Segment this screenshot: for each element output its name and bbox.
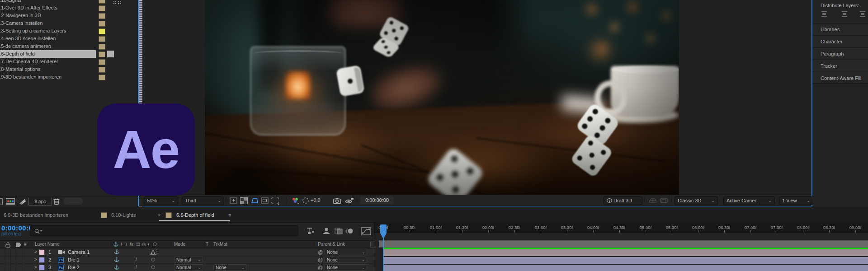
layer-duration-bar-die-1[interactable]: [383, 257, 868, 264]
panel-tab-character[interactable]: Character: [812, 35, 868, 47]
mini-flowchart-icon[interactable]: [306, 227, 316, 235]
layer-label-swatch[interactable]: [39, 265, 45, 271]
anchor-switch[interactable]: ⚓: [114, 257, 119, 262]
label-color-swatch[interactable]: [99, 59, 105, 65]
project-item-name[interactable]: 6.6-Depth of field: [0, 50, 35, 58]
panel-tab-tracker[interactable]: Tracker: [812, 60, 868, 71]
frame-blending-icon[interactable]: [335, 227, 344, 235]
threed-switch[interactable]: ⬡: [151, 265, 155, 270]
anchor-switch[interactable]: ⚓: [114, 265, 119, 270]
project-item[interactable]: 6.3-Setting up a camera Layers: [0, 27, 138, 35]
trash-icon[interactable]: [53, 198, 60, 205]
interpret-footage-icon[interactable]: [6, 198, 15, 205]
label-color-swatch[interactable]: [99, 67, 105, 73]
bit-depth-button[interactable]: 8 bpc: [28, 198, 52, 206]
channels-icon[interactable]: [292, 197, 299, 204]
distribute-vertical-bottom-icon[interactable]: [859, 11, 866, 18]
label-color-swatch[interactable]: [99, 0, 105, 4]
project-item-name[interactable]: 6.5-de camera animeren: [0, 42, 51, 50]
project-item-name[interactable]: 6.3-Setting up a camera Layers: [0, 27, 66, 35]
quality-switch[interactable]: /: [136, 257, 137, 262]
project-item-name[interactable]: 6.8-Material options: [0, 65, 41, 73]
region-of-interest-icon[interactable]: [271, 197, 279, 204]
label-color-swatch[interactable]: [99, 13, 105, 19]
layer-row-camera-1[interactable]: > 1 Camera 1 ⚓ @ None⌄: [0, 249, 374, 256]
fast-preview-icon[interactable]: [230, 197, 238, 204]
quality-switch[interactable]: /: [136, 265, 137, 270]
label-color-swatch[interactable]: [99, 44, 105, 50]
composition-image[interactable]: [205, 0, 679, 195]
project-item-selected[interactable]: 6.6-Depth of field: [0, 50, 138, 58]
show-snapshot-icon[interactable]: [345, 197, 354, 204]
pick-whip-icon[interactable]: @: [318, 265, 323, 270]
project-item-name[interactable]: 6.2-Navigeren in 3D: [0, 12, 41, 19]
project-item[interactable]: 6.9-3D bestanden importeren: [0, 73, 138, 81]
work-area-bar[interactable]: [379, 240, 868, 248]
snapshot-camera-icon[interactable]: [333, 197, 341, 204]
layer-row-die-2[interactable]: > 3 Ps Die 2 ⚓ / ⬡ Normal⌄ None⌄ @ None⌄: [0, 264, 374, 271]
blend-mode-dropdown[interactable]: Normal⌄: [174, 257, 203, 263]
tab-menu-icon[interactable]: ≡: [228, 212, 231, 218]
trkmat-dropdown[interactable]: None⌄: [213, 264, 247, 271]
panel-grip[interactable]: [63, 198, 83, 205]
project-item-name[interactable]: 6.3-Camera instellen: [0, 19, 43, 27]
motion-blur-icon[interactable]: [345, 227, 354, 235]
graph-editor-icon[interactable]: [361, 227, 372, 235]
safe-margins-icon[interactable]: [261, 197, 269, 204]
distribute-vertical-top-icon[interactable]: [821, 11, 828, 18]
resolution-dropdown[interactable]: Third⌄: [182, 196, 224, 205]
transparency-grid-icon[interactable]: [240, 197, 248, 204]
anchor-switch[interactable]: ⚓: [114, 249, 119, 254]
expander-icon[interactable]: >: [34, 249, 37, 254]
project-item-name[interactable]: 6.10-Lights: [0, 0, 21, 4]
layer-label-swatch[interactable]: [39, 257, 45, 263]
layer-duration-bar-die-2[interactable]: [383, 265, 868, 271]
label-color-swatch[interactable]: [99, 28, 105, 34]
parent-dropdown[interactable]: None⌄: [325, 264, 367, 271]
project-item-name[interactable]: 6.9-3D bestanden importeren: [0, 73, 61, 81]
exposure-offset-value[interactable]: +0,0: [311, 196, 321, 204]
project-item-name[interactable]: 6.7-De Cinema 4D renderer: [0, 58, 58, 65]
timeline-tab-active[interactable]: 6.6-Depth of field: [176, 212, 214, 218]
project-item[interactable]: 6.10-Lights: [0, 0, 138, 4]
label-color-swatch[interactable]: [99, 51, 105, 57]
project-item-name[interactable]: 6.4-een 3D scene instellen: [0, 35, 56, 42]
expander-icon[interactable]: >: [34, 265, 37, 270]
project-item-name[interactable]: 6.1-Over 3D in After Effects: [0, 4, 57, 12]
project-item[interactable]: 6.4-een 3D scene instellen: [0, 35, 138, 42]
layer-name[interactable]: Die 2: [68, 265, 80, 270]
project-item[interactable]: 6.1-Over 3D in After Effects: [0, 4, 138, 12]
label-color-swatch[interactable]: [99, 36, 105, 42]
project-item[interactable]: 6.8-Material options: [0, 65, 138, 73]
playhead[interactable]: [380, 224, 387, 240]
magnification-dropdown[interactable]: 50%⌄: [144, 196, 178, 205]
timeline-tab[interactable]: 6.10-Lights: [111, 212, 136, 218]
label-column-icon[interactable]: [15, 242, 22, 248]
parent-dropdown[interactable]: None⌄: [325, 249, 367, 255]
panel-mini-icon[interactable]: [118, 1, 121, 5]
layer-label-swatch[interactable]: [39, 249, 45, 255]
comp-marker-bin[interactable]: [370, 242, 375, 248]
view-layout-dropdown[interactable]: 1 View⌄: [779, 196, 813, 205]
blend-mode-dropdown[interactable]: Normal⌄: [174, 264, 203, 271]
expander-icon[interactable]: >: [34, 257, 37, 262]
threed-switch[interactable]: ⬡: [151, 257, 155, 262]
project-item[interactable]: 6.2-Navigeren in 3D: [0, 12, 138, 19]
switch-focus-box[interactable]: [150, 249, 156, 255]
pick-whip-icon[interactable]: @: [318, 257, 323, 262]
project-item[interactable]: 6.3-Camera instellen: [0, 19, 138, 27]
label-color-swatch[interactable]: [99, 75, 105, 80]
panel-tab-paragraph[interactable]: Paragraph: [812, 47, 868, 59]
camera-dropdown[interactable]: Active Camer_⌄: [723, 196, 775, 205]
project-item[interactable]: 6.7-De Cinema 4D renderer: [0, 58, 138, 65]
layer-duration-bar-camera-1[interactable]: [383, 249, 868, 256]
layer-name[interactable]: Die 1: [68, 257, 80, 262]
mask-visibility-icon[interactable]: [250, 197, 259, 204]
timeline-tab[interactable]: 6.9-3D bestanden importeren: [4, 212, 68, 218]
proxy-rocket-icon[interactable]: [19, 198, 27, 205]
preview-time-display[interactable]: 0:00:00:00: [360, 196, 394, 204]
panel-tab-content-aware-fill[interactable]: Content-Aware Fill: [812, 72, 868, 84]
panel-mini-icon[interactable]: [113, 1, 117, 5]
layer-row-die-1[interactable]: > 2 Ps Die 1 ⚓ / ⬡ Normal⌄ @ None⌄: [0, 257, 374, 263]
project-item[interactable]: 6.5-de camera animeren: [0, 42, 138, 50]
